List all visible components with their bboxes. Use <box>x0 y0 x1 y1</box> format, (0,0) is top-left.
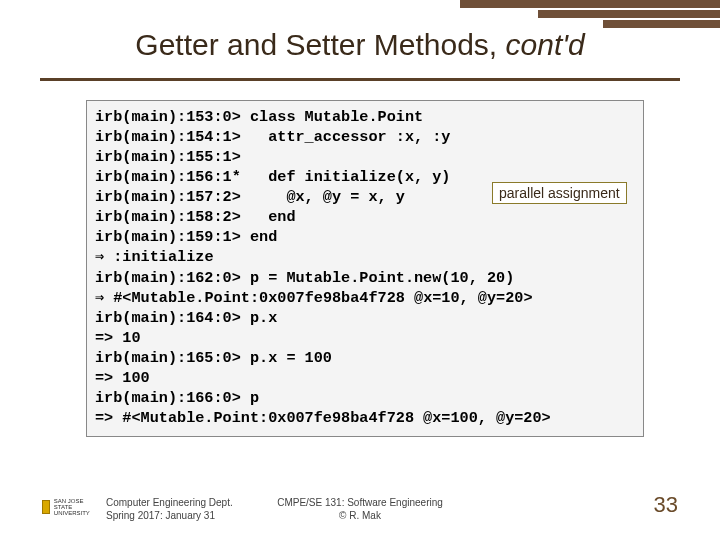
stripe <box>538 10 720 18</box>
slide-title: Getter and Setter Methods, cont'd <box>0 28 720 68</box>
title-text: Getter and Setter Methods, <box>135 28 505 61</box>
footer-course: CMPE/SE 131: Software Engineering <box>0 496 720 509</box>
footer-author: © R. Mak <box>0 509 720 522</box>
stripe <box>460 0 720 8</box>
annotation-parallel-assignment: parallel assignment <box>492 182 627 204</box>
stripe <box>603 20 720 28</box>
code-listing: irb(main):153:0> class Mutable.Point irb… <box>95 107 635 428</box>
page-number: 33 <box>654 492 678 518</box>
slide: Getter and Setter Methods, cont'd irb(ma… <box>0 0 720 540</box>
title-underline <box>40 78 680 81</box>
code-box: irb(main):153:0> class Mutable.Point irb… <box>86 100 644 437</box>
title-italic: cont'd <box>506 28 585 61</box>
footer-center: CMPE/SE 131: Software Engineering © R. M… <box>0 496 720 522</box>
decorative-stripes <box>460 0 720 30</box>
